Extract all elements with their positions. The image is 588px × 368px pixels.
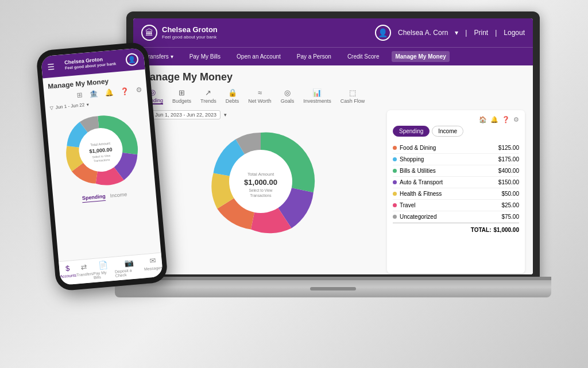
tab-investments[interactable]: 📊 Investments <box>303 88 331 104</box>
uncategorized-amount: $75.00 <box>501 214 519 220</box>
investments-icon: 📊 <box>312 88 322 97</box>
phone-chevron-icon: ▾ <box>87 102 90 107</box>
phone-grid-icon: ⊞ <box>76 91 83 99</box>
svg-text:$1,000.00: $1,000.00 <box>244 178 277 187</box>
bills-icon: 📄 <box>98 261 108 270</box>
nav-bar: Transfers ▾ Pay My Bills Open an Account… <box>133 47 533 65</box>
category-uncategorized[interactable]: Uncategorized $75.00 <box>393 211 519 223</box>
phone-nav-transfers[interactable]: ⇄ Transfers <box>75 262 94 281</box>
transfers-icon: ⇄ <box>80 262 87 272</box>
spending-tab-income[interactable]: Income <box>432 126 463 137</box>
phone-screen: ☰ Chelsea Groton Feel good about your ba… <box>41 48 163 285</box>
category-auto[interactable]: Auto & Transport $150.00 <box>393 177 519 188</box>
auto-amount: $150.00 <box>498 179 519 185</box>
phone-nav-deposit[interactable]: 📷 Deposit a Check <box>114 257 145 277</box>
phone-bell-icon: 🔔 <box>105 88 114 97</box>
shopping-dot <box>393 157 397 161</box>
home-icon: 🏠 <box>479 116 487 123</box>
scene: 🏛 Chelsea Groton Feel good about your ba… <box>0 0 588 368</box>
phone-nav-bills[interactable]: 📄 Pay My Bills <box>92 260 115 280</box>
tab-trends[interactable]: ↗ Trends <box>200 88 216 104</box>
phone-content: Manage My Money ⊞ 🏦 🔔 ❓ ⚙ ▽ Jun 1 - Jun … <box>42 69 161 261</box>
svg-text:Select to View: Select to View <box>249 188 272 192</box>
phone-tab-income[interactable]: Income <box>110 191 127 200</box>
phone: ☰ Chelsea Groton Feel good about your ba… <box>36 41 168 291</box>
top-right-icons: 🏠 🔔 ❓ ⚙ <box>393 116 519 123</box>
phone-date-range[interactable]: Jun 1 - Jun 22 <box>55 102 84 110</box>
bills-dot <box>393 169 397 173</box>
shopping-amount: $175.00 <box>498 156 519 162</box>
net-worth-icon: ≈ <box>258 88 262 97</box>
spending-tab-spending[interactable]: Spending <box>393 126 430 137</box>
category-bills[interactable]: Bills & Utilities $400.00 <box>393 165 519 177</box>
svg-text:Transactions: Transactions <box>250 193 272 197</box>
travel-dot <box>393 203 397 207</box>
bank-tagline: Feel good about your bank <box>162 34 218 40</box>
nav-pay-bills[interactable]: Pay My Bills <box>186 51 224 62</box>
total-label: TOTAL: <box>471 227 492 233</box>
category-food[interactable]: Food & Dining $125.00 <box>393 142 519 154</box>
debts-icon: 🔒 <box>228 88 237 97</box>
total-amount: $1,000.00 <box>494 227 520 233</box>
category-travel[interactable]: Travel $25.00 <box>393 200 519 211</box>
date-bar: 📅 Jun 1, 2023 - Jun 22, 2023 ▾ <box>141 110 380 119</box>
laptop-base <box>115 280 551 297</box>
svg-text:Total Amount: Total Amount <box>247 172 274 177</box>
phone-tab-spending[interactable]: Spending <box>82 193 106 203</box>
health-amount: $50.00 <box>501 191 519 197</box>
spending-tabs: Spending Income <box>393 126 519 137</box>
donut-chart-container[interactable]: Total Amount $1,000.00 Select to View Tr… <box>141 124 380 239</box>
bank-logo: 🏛 Chelsea Groton Feel good about your ba… <box>141 25 218 41</box>
tabs-row: ◎ Spending ⊞ Budgets ↗ Trends 🔒 <box>141 88 525 104</box>
uncategorized-dot <box>393 215 397 219</box>
phone-nav-messages[interactable]: ✉ Messages <box>143 256 163 276</box>
nav-manage-money[interactable]: Manage My Money <box>392 51 449 62</box>
accounts-icon: $ <box>65 264 70 273</box>
bank-name: Chelsea Groton <box>162 25 218 34</box>
help-icon: ❓ <box>502 116 510 123</box>
phone-menu-icon[interactable]: ☰ <box>47 62 55 72</box>
category-shopping[interactable]: Shopping $175.00 <box>393 154 519 165</box>
total-row: TOTAL: $1,000.00 <box>393 223 519 233</box>
travel-amount: $25.00 <box>501 202 519 208</box>
chart-section: 📅 Jun 1, 2023 - Jun 22, 2023 ▾ <box>141 110 380 273</box>
phone-user-icon[interactable]: 👤 <box>125 53 139 67</box>
deposit-icon: 📷 <box>124 258 134 268</box>
print-link[interactable]: Print <box>474 29 488 37</box>
tab-net-worth[interactable]: ≈ Net Worth <box>248 88 271 104</box>
phone-settings-icon: ⚙ <box>136 86 142 94</box>
budgets-icon: ⊞ <box>179 88 185 97</box>
tab-debts[interactable]: 🔒 Debts <box>226 88 239 104</box>
nav-credit-score[interactable]: Credit Score <box>344 51 383 62</box>
donut-chart: Total Amount $1,000.00 Select to View Tr… <box>203 124 318 239</box>
nav-open-account[interactable]: Open an Account <box>233 51 284 62</box>
content-row: 📅 Jun 1, 2023 - Jun 22, 2023 ▾ <box>141 110 525 273</box>
cash-flow-icon: ⬚ <box>349 88 356 97</box>
chevron-down-icon: ▾ <box>455 29 458 37</box>
phone-donut-chart: Total Amount $1,000.00 Select to View Tr… <box>57 106 144 193</box>
messages-icon: ✉ <box>149 256 156 265</box>
user-avatar: 👤 <box>375 25 391 41</box>
phone-donut-container[interactable]: Total Amount $1,000.00 Select to View Tr… <box>51 106 151 194</box>
laptop: 🏛 Chelsea Groton Feel good about your ba… <box>115 11 551 344</box>
header-right: 👤 Chelsea A. Corn ▾ | Print | Logout <box>375 25 525 41</box>
auto-dot <box>393 180 397 184</box>
tab-goals[interactable]: ◎ Goals <box>281 88 295 104</box>
tab-cash-flow[interactable]: ⬚ Cash Flow <box>341 88 365 104</box>
phone-filter-icon: ▽ <box>49 105 53 110</box>
phone-help-icon: ❓ <box>120 87 129 95</box>
category-health[interactable]: Health & Fitness $50.00 <box>393 188 519 200</box>
phone-nav-accounts[interactable]: $ Accounts <box>59 264 77 282</box>
logout-link[interactable]: Logout <box>504 29 525 37</box>
user-name: Chelsea A. Corn <box>398 29 448 37</box>
page-content: Manage My Money ◎ Spending ⊞ Budgets ↗ <box>133 65 533 274</box>
health-dot <box>393 192 397 196</box>
page-title: Manage My Money <box>141 71 525 83</box>
tab-budgets[interactable]: ⊞ Budgets <box>172 88 191 104</box>
bills-amount: $400.00 <box>498 168 519 174</box>
date-range-select[interactable]: Jun 1, 2023 - Jun 22, 2023 <box>151 110 220 119</box>
nav-pay-person[interactable]: Pay a Person <box>293 51 335 62</box>
food-amount: $125.00 <box>498 145 519 151</box>
laptop-screen: 🏛 Chelsea Groton Feel good about your ba… <box>133 18 533 274</box>
bank-header: 🏛 Chelsea Groton Feel good about your ba… <box>133 18 533 47</box>
